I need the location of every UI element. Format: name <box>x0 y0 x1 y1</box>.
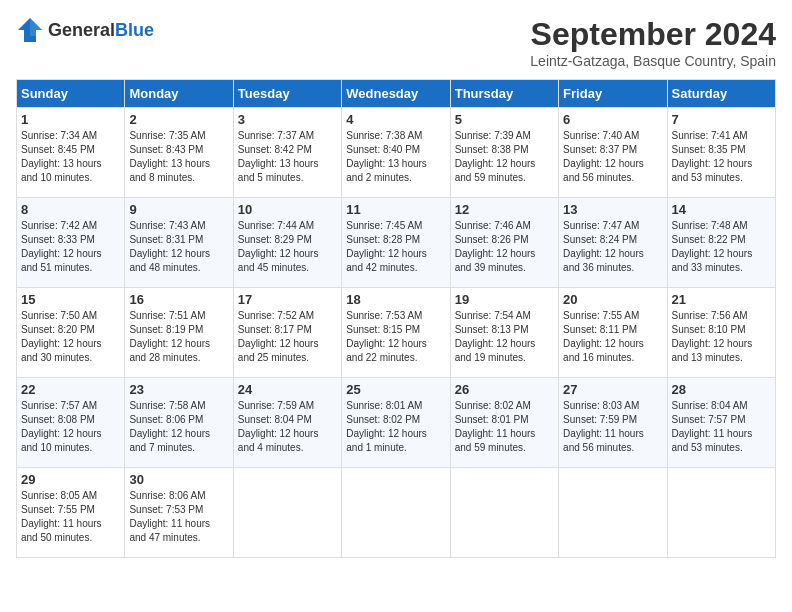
table-row: 26Sunrise: 8:02 AMSunset: 8:01 PMDayligh… <box>450 378 558 468</box>
table-row <box>342 468 450 558</box>
col-tuesday: Tuesday <box>233 80 341 108</box>
calendar-table: Sunday Monday Tuesday Wednesday Thursday… <box>16 79 776 558</box>
table-row: 23Sunrise: 7:58 AMSunset: 8:06 PMDayligh… <box>125 378 233 468</box>
col-sunday: Sunday <box>17 80 125 108</box>
col-friday: Friday <box>559 80 667 108</box>
calendar-week-4: 29Sunrise: 8:05 AMSunset: 7:55 PMDayligh… <box>17 468 776 558</box>
calendar-week-1: 8Sunrise: 7:42 AMSunset: 8:33 PMDaylight… <box>17 198 776 288</box>
table-row: 30Sunrise: 8:06 AMSunset: 7:53 PMDayligh… <box>125 468 233 558</box>
table-row: 3Sunrise: 7:37 AMSunset: 8:42 PMDaylight… <box>233 108 341 198</box>
table-row: 7Sunrise: 7:41 AMSunset: 8:35 PMDaylight… <box>667 108 775 198</box>
table-row: 5Sunrise: 7:39 AMSunset: 8:38 PMDaylight… <box>450 108 558 198</box>
column-headers: Sunday Monday Tuesday Wednesday Thursday… <box>17 80 776 108</box>
col-monday: Monday <box>125 80 233 108</box>
table-row: 24Sunrise: 7:59 AMSunset: 8:04 PMDayligh… <box>233 378 341 468</box>
svg-marker-1 <box>30 18 42 36</box>
table-row: 6Sunrise: 7:40 AMSunset: 8:37 PMDaylight… <box>559 108 667 198</box>
table-row: 25Sunrise: 8:01 AMSunset: 8:02 PMDayligh… <box>342 378 450 468</box>
table-row <box>667 468 775 558</box>
logo-icon <box>16 16 44 44</box>
table-row: 8Sunrise: 7:42 AMSunset: 8:33 PMDaylight… <box>17 198 125 288</box>
table-row: 11Sunrise: 7:45 AMSunset: 8:28 PMDayligh… <box>342 198 450 288</box>
table-row <box>233 468 341 558</box>
logo-general: General <box>48 20 115 40</box>
table-row: 19Sunrise: 7:54 AMSunset: 8:13 PMDayligh… <box>450 288 558 378</box>
location-title: Leintz-Gatzaga, Basque Country, Spain <box>530 53 776 69</box>
table-row: 15Sunrise: 7:50 AMSunset: 8:20 PMDayligh… <box>17 288 125 378</box>
table-row: 9Sunrise: 7:43 AMSunset: 8:31 PMDaylight… <box>125 198 233 288</box>
table-row: 2Sunrise: 7:35 AMSunset: 8:43 PMDaylight… <box>125 108 233 198</box>
table-row: 27Sunrise: 8:03 AMSunset: 7:59 PMDayligh… <box>559 378 667 468</box>
col-wednesday: Wednesday <box>342 80 450 108</box>
table-row: 1Sunrise: 7:34 AMSunset: 8:45 PMDaylight… <box>17 108 125 198</box>
logo-blue: Blue <box>115 20 154 40</box>
calendar-week-3: 22Sunrise: 7:57 AMSunset: 8:08 PMDayligh… <box>17 378 776 468</box>
table-row: 4Sunrise: 7:38 AMSunset: 8:40 PMDaylight… <box>342 108 450 198</box>
table-row: 18Sunrise: 7:53 AMSunset: 8:15 PMDayligh… <box>342 288 450 378</box>
table-row: 13Sunrise: 7:47 AMSunset: 8:24 PMDayligh… <box>559 198 667 288</box>
table-row: 29Sunrise: 8:05 AMSunset: 7:55 PMDayligh… <box>17 468 125 558</box>
table-row: 14Sunrise: 7:48 AMSunset: 8:22 PMDayligh… <box>667 198 775 288</box>
col-thursday: Thursday <box>450 80 558 108</box>
table-row <box>559 468 667 558</box>
table-row <box>450 468 558 558</box>
page-header: GeneralBlue September 2024 Leintz-Gatzag… <box>16 16 776 69</box>
table-row: 22Sunrise: 7:57 AMSunset: 8:08 PMDayligh… <box>17 378 125 468</box>
title-block: September 2024 Leintz-Gatzaga, Basque Co… <box>530 16 776 69</box>
month-title: September 2024 <box>530 16 776 53</box>
table-row: 17Sunrise: 7:52 AMSunset: 8:17 PMDayligh… <box>233 288 341 378</box>
table-row: 28Sunrise: 8:04 AMSunset: 7:57 PMDayligh… <box>667 378 775 468</box>
col-saturday: Saturday <box>667 80 775 108</box>
calendar-week-2: 15Sunrise: 7:50 AMSunset: 8:20 PMDayligh… <box>17 288 776 378</box>
table-row: 21Sunrise: 7:56 AMSunset: 8:10 PMDayligh… <box>667 288 775 378</box>
table-row: 16Sunrise: 7:51 AMSunset: 8:19 PMDayligh… <box>125 288 233 378</box>
table-row: 10Sunrise: 7:44 AMSunset: 8:29 PMDayligh… <box>233 198 341 288</box>
table-row: 12Sunrise: 7:46 AMSunset: 8:26 PMDayligh… <box>450 198 558 288</box>
logo: GeneralBlue <box>16 16 154 44</box>
table-row: 20Sunrise: 7:55 AMSunset: 8:11 PMDayligh… <box>559 288 667 378</box>
calendar-week-0: 1Sunrise: 7:34 AMSunset: 8:45 PMDaylight… <box>17 108 776 198</box>
